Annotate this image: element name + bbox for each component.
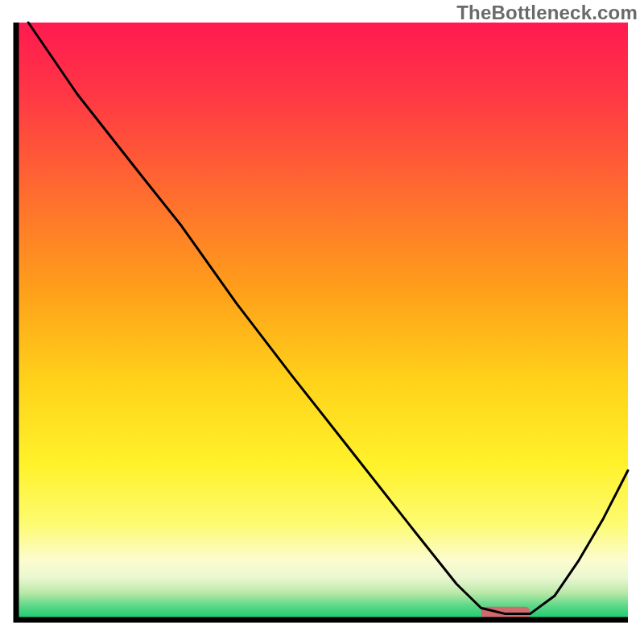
chart-canvas: TheBottleneck.com bbox=[0, 0, 644, 644]
bottleneck-chart bbox=[0, 0, 644, 644]
plot-background bbox=[16, 23, 628, 620]
